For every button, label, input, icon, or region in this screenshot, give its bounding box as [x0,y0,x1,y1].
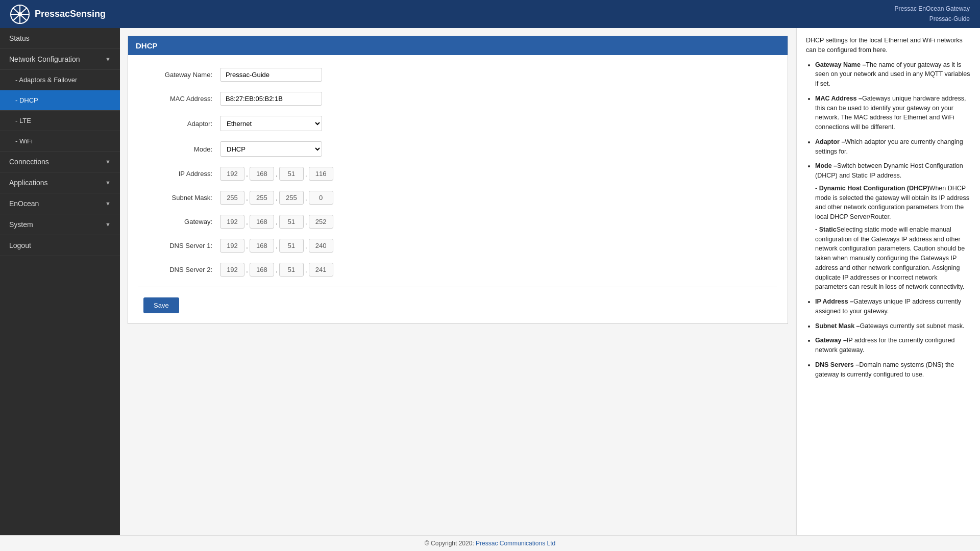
dns2-group: ... [220,263,333,277]
help-item-title: Gateway – [815,337,847,344]
sidebar-item-wifi[interactable]: - WiFi [0,131,120,152]
help-sub-item: - Dynamic Host Configuration (DHCP)When … [815,184,971,222]
sidebar: StatusNetwork Configuration▼- Adaptors &… [0,28,120,535]
dns1-row: DNS Server 1: ... [138,239,777,253]
help-item-title: DNS Servers – [815,361,859,368]
sidebar-item-logout[interactable]: Logout [0,235,120,256]
ip-octet-2[interactable] [279,215,304,229]
sidebar-item-dhcp[interactable]: - DHCP [0,90,120,111]
content-wrapper: DHCP Gateway Name: MAC Address: Adapto [120,28,980,535]
adaptor-label: Adaptor: [138,120,220,128]
sidebar-item-adaptors[interactable]: - Adaptors & Failover [0,70,120,90]
dhcp-body: Gateway Name: MAC Address: Adaptor: Ethe… [128,55,788,323]
mac-address-row: MAC Address: [138,92,777,106]
help-list-item: Gateway Name –The name of your gateway a… [815,60,971,89]
ip-address-label: IP Address: [138,170,220,178]
gateway-row: Gateway: ... [138,215,777,229]
sidebar-item-label: - LTE [15,117,31,124]
ip-address-group: ... [220,167,333,181]
sidebar-item-label: - DHCP [15,96,38,104]
ip-dot: . [246,170,249,178]
ip-octet-1[interactable] [250,239,274,253]
gateway-name-label: Gateway Name: [138,71,220,79]
dns1-label: DNS Server 1: [138,242,220,249]
help-list-item: Mode –Switch between Dynamic Host Config… [815,161,971,292]
sidebar-item-label: Logout [9,241,31,249]
sidebar-item-connections[interactable]: Connections▼ [0,152,120,172]
sidebar-item-label: Network Configuration [9,55,80,63]
ip-octet-3[interactable] [309,215,333,229]
ip-octet-3[interactable] [309,191,333,205]
ip-octet-0[interactable] [220,215,244,229]
ip-dot: . [305,170,308,178]
ip-dot: . [275,218,278,226]
logo-icon [10,5,30,24]
help-list-item: IP Address –Gateways unique IP address c… [815,297,971,316]
mode-select[interactable]: DHCPStatic [220,141,322,157]
ip-octet-1[interactable] [250,167,274,181]
sidebar-item-label: System [9,220,33,229]
ip-dot: . [305,194,308,202]
logo-area: PressacSensing [10,5,106,24]
ip-octet-2[interactable] [279,263,304,277]
adaptor-select[interactable]: EthernetWiFi [220,116,322,131]
help-item-title: Mode – [815,162,837,169]
sidebar-item-label: Applications [9,179,48,187]
save-button[interactable]: Save [143,297,179,313]
gateway-name-input[interactable] [220,68,322,82]
sidebar-item-system[interactable]: System▼ [0,214,120,235]
sidebar-item-label: Status [9,34,30,42]
help-list: Gateway Name –The name of your gateway a… [806,60,971,380]
help-item-title: Adaptor – [815,138,845,145]
ip-octet-3[interactable] [309,239,333,253]
ip-octet-2[interactable] [279,191,304,205]
ip-dot: . [275,194,278,202]
ip-dot: . [275,242,278,250]
main-content: DHCP Gateway Name: MAC Address: Adapto [120,28,796,535]
help-item-title: IP Address – [815,298,853,305]
help-panel: DHCP settings for the local Ethernet and… [796,28,980,535]
help-item-title: Subnet Mask – [815,322,860,330]
ip-octet-1[interactable] [250,191,274,205]
ip-octet-2[interactable] [279,167,304,181]
ip-octet-1[interactable] [250,263,274,277]
mode-label: Mode: [138,145,220,153]
footer-text: © Copyright 2020: [425,540,474,547]
dns1-group: ... [220,239,333,253]
sidebar-item-lte[interactable]: - LTE [0,111,120,131]
gateway-label: Gateway: [138,218,220,226]
help-intro: DHCP settings for the local Ethernet and… [806,36,971,55]
header: PressacSensing Pressac EnOcean Gateway P… [0,0,980,28]
mac-address-label: MAC Address: [138,95,220,103]
ip-octet-0[interactable] [220,167,244,181]
help-sub-label: - Static [815,226,837,233]
guide-link[interactable]: Pressac-Guide [895,14,970,24]
subnet-mask-group: ... [220,191,333,205]
sidebar-item-status[interactable]: Status [0,28,120,49]
sidebar-item-label: Connections [9,158,49,166]
sidebar-item-applications[interactable]: Applications▼ [0,172,120,193]
divider [138,287,777,287]
mac-address-input[interactable] [220,92,322,106]
dhcp-panel: DHCP Gateway Name: MAC Address: Adapto [128,36,788,324]
help-sub-item: - StaticSelecting static mode will enabl… [815,225,971,292]
sidebar-item-network-config[interactable]: Network Configuration▼ [0,49,120,70]
chevron-icon: ▼ [105,201,111,207]
footer-link[interactable]: Pressac Communications Ltd [476,540,555,547]
chevron-icon: ▼ [105,56,111,62]
ip-octet-3[interactable] [309,167,333,181]
ip-octet-1[interactable] [250,215,274,229]
ip-octet-3[interactable] [309,263,333,277]
ip-address-row: IP Address: ... [138,167,777,181]
adaptor-row: Adaptor: EthernetWiFi [138,116,777,131]
footer: © Copyright 2020: Pressac Communications… [0,535,980,551]
ip-octet-0[interactable] [220,239,244,253]
ip-octet-0[interactable] [220,191,244,205]
ip-dot: . [305,266,308,274]
ip-octet-0[interactable] [220,263,244,277]
ip-octet-2[interactable] [279,239,304,253]
subnet-mask-row: Subnet Mask: ... [138,191,777,205]
sidebar-item-enocean[interactable]: EnOcean▼ [0,193,120,214]
dns2-row: DNS Server 2: ... [138,263,777,277]
chevron-icon: ▼ [105,180,111,186]
